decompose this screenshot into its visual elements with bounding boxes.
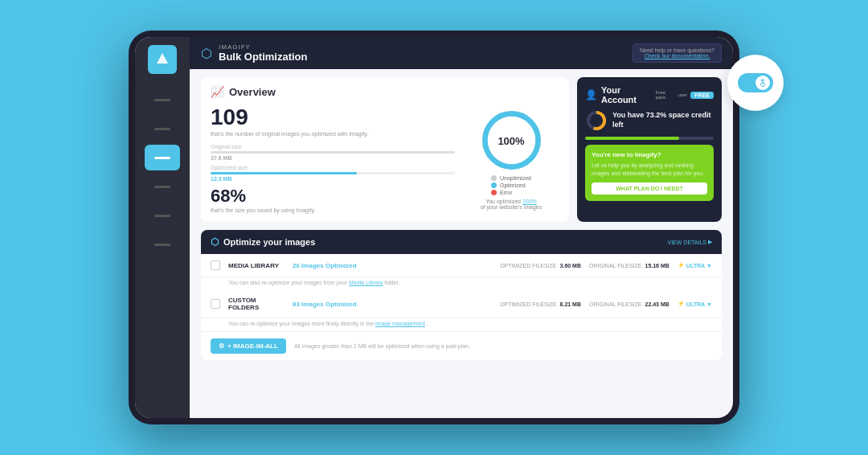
account-icon: 👤 <box>585 89 597 100</box>
original-size-row: Original size 37.6 MB <box>211 144 455 161</box>
tablet-frame: ⬡ IMAGIFY Bulk Optimization Need help or… <box>129 31 739 424</box>
legend-label-unoptimized: Unoptimized <box>500 175 531 181</box>
ultra-badge-1[interactable]: ⚡ ULTRA ▼ <box>678 262 712 268</box>
optimize-icon: ⬡ <box>211 236 219 248</box>
optimize-all-icon: ⚙ <box>219 342 224 350</box>
original-bar-fill <box>211 151 455 154</box>
toggle-button[interactable] <box>727 55 784 111</box>
cta-button[interactable]: WHAT PLAN DO I NEED? <box>592 182 707 195</box>
topbar-title-block: IMAGIFY Bulk Optimization <box>219 43 308 63</box>
legend-label-optimized: Optimized <box>500 182 526 188</box>
optimize-header: ⬡ Optimize your images VIEW DETAILS ▶ <box>201 230 722 254</box>
optimized-size-label: Optimized size <box>211 165 455 170</box>
original-size-value: 37.6 MB <box>211 155 455 161</box>
overview-stats: 109 that's the number of original images… <box>211 106 559 214</box>
overview-icon: 📈 <box>211 85 224 98</box>
tablet-screen: ⬡ IMAGIFY Bulk Optimization Need help or… <box>135 37 733 418</box>
saved-pct: 68% <box>211 186 455 207</box>
donut-chart: 100% <box>481 110 542 170</box>
topbar-left: ⬡ IMAGIFY Bulk Optimization <box>201 43 308 63</box>
optimize-footer: ⚙ + IMAGE-IM-ALL All images greater than… <box>201 331 722 360</box>
view-details[interactable]: VIEW DETAILS ▶ <box>668 239 713 245</box>
saved-desc: that's the size you saved by using Imagi… <box>211 207 455 214</box>
cta-title: You're new to Imagify? <box>592 151 707 158</box>
app-logo <box>148 45 177 74</box>
legend-dot-error <box>491 190 497 195</box>
sidebar-item-5[interactable] <box>145 203 180 228</box>
page-title: Bulk Optimization <box>219 51 308 63</box>
orig-size-label-1: ORIGINAL FILESIZE <box>589 263 641 268</box>
overview-title-text: Overview <box>229 86 276 98</box>
footer-note: All images greater than 2 MB will be opt… <box>294 343 470 349</box>
optimized-size-row: Optimized size 12.3 MB <box>211 165 455 182</box>
orig-size-val-2: 22.43 MB <box>645 301 669 307</box>
hint-row-1: You can also re-optimize your images fro… <box>201 277 722 290</box>
view-details-arrow: ▶ <box>708 239 712 245</box>
optimize-all-button[interactable]: ⚙ + IMAGE-IM-ALL <box>211 338 286 354</box>
legend-dot-unoptimized <box>491 175 497 181</box>
help-box[interactable]: Need help or have questions? Check our d… <box>633 43 722 63</box>
opt-size-label-2: OPTIMIZED FILESIZE <box>500 301 556 307</box>
media-library-label: MEDIA LIBRARY <box>228 262 285 269</box>
bulk-icon: ⬡ <box>201 46 212 61</box>
media-library-link[interactable]: Media Library <box>349 280 383 285</box>
account-link2[interactable]: user <box>678 92 688 97</box>
main-content: ⬡ IMAGIFY Bulk Optimization Need help or… <box>190 37 733 418</box>
account-title: Your Account <box>601 85 656 105</box>
optimized-size-value: 12.3 MB <box>211 176 455 182</box>
legend-label-error: Error <box>500 190 513 195</box>
custom-folders-row: CUSTOM FOLDERS 83 Images Optimized OPTIM… <box>201 290 722 318</box>
ultra-icon-1: ⚡ <box>678 262 685 268</box>
original-size-label: Original size <box>211 144 455 150</box>
overview-panel: 📈 Overview 109 that's the number of orig… <box>201 77 569 222</box>
ultra-icon-2: ⚡ <box>678 301 685 307</box>
toggle-switch[interactable] <box>738 73 773 92</box>
topbar: ⬡ IMAGIFY Bulk Optimization Need help or… <box>190 37 733 69</box>
optimized-bar-track <box>211 172 455 174</box>
image-count-desc: that's the number of original images you… <box>211 130 455 137</box>
image-manager-link[interactable]: image management <box>375 321 425 326</box>
ultra-arrow-1: ▼ <box>706 263 712 268</box>
cta-desc: Let us help you by analyzing and ranking… <box>592 162 707 178</box>
help-line1: Need help or have questions? <box>640 47 714 53</box>
custom-folders-checkbox[interactable] <box>211 299 220 309</box>
sidebar-item-2[interactable] <box>145 116 180 141</box>
media-library-opt-size: OPTIMIZED FILESIZE 3.60 MB <box>500 263 581 268</box>
media-library-checkbox[interactable] <box>211 260 220 270</box>
sidebar-item-1[interactable] <box>145 87 180 113</box>
size-rows: Original size 37.6 MB Optimized size <box>211 144 455 182</box>
custom-folders-orig-size: ORIGINAL FILESIZE 22.43 MB <box>589 301 669 307</box>
sidebar-item-6[interactable] <box>145 232 180 257</box>
content-area: 📈 Overview 109 that's the number of orig… <box>190 69 733 418</box>
donut-legend: Unoptimized Optimized Error <box>491 175 531 195</box>
donut-sub-text: You optimized 100%of your website's imag… <box>481 199 542 210</box>
account-links: Free pack user FREE <box>656 90 714 100</box>
account-panel: 👤 Your Account Free pack user FREE <box>577 77 722 222</box>
optimize-title-text: Optimize your images <box>223 237 315 247</box>
legend-error: Error <box>491 190 531 195</box>
ultra-label-2: ULTRA <box>686 301 705 307</box>
view-details-text[interactable]: VIEW DETAILS <box>668 240 707 245</box>
legend-unoptimized: Unoptimized <box>491 175 531 181</box>
account-cta: You're new to Imagify? Let us help you b… <box>585 145 714 201</box>
legend-dot-optimized <box>491 182 497 188</box>
optimize-all-label: + IMAGE-IM-ALL <box>227 342 278 350</box>
ultra-badge-2[interactable]: ⚡ ULTRA ▼ <box>678 301 712 307</box>
donut-pct-link[interactable]: 100% <box>522 199 537 204</box>
space-bar-track <box>585 137 714 140</box>
custom-folders-optimized: 83 Images Optimized <box>293 301 492 308</box>
sidebar <box>135 37 190 418</box>
sidebar-item-bulk[interactable] <box>145 145 180 170</box>
stat-number-block: 109 that's the number of original images… <box>211 106 455 214</box>
optimize-section: ⬡ Optimize your images VIEW DETAILS ▶ ME… <box>201 230 722 360</box>
custom-folders-opt-size: OPTIMIZED FILESIZE 8.21 MB <box>500 301 581 307</box>
media-library-orig-size: ORIGINAL FILESIZE 15.16 MB <box>589 263 669 268</box>
help-line2[interactable]: Check our documentation. <box>640 53 714 59</box>
orig-size-val-1: 15.16 MB <box>645 263 669 268</box>
overview-title: 📈 Overview <box>211 85 559 98</box>
top-section: 📈 Overview 109 that's the number of orig… <box>201 77 722 222</box>
sidebar-item-4[interactable] <box>145 174 180 199</box>
legend-optimized: Optimized <box>491 182 531 188</box>
account-link1[interactable]: Free pack <box>656 90 675 100</box>
original-bar-track <box>211 151 455 154</box>
